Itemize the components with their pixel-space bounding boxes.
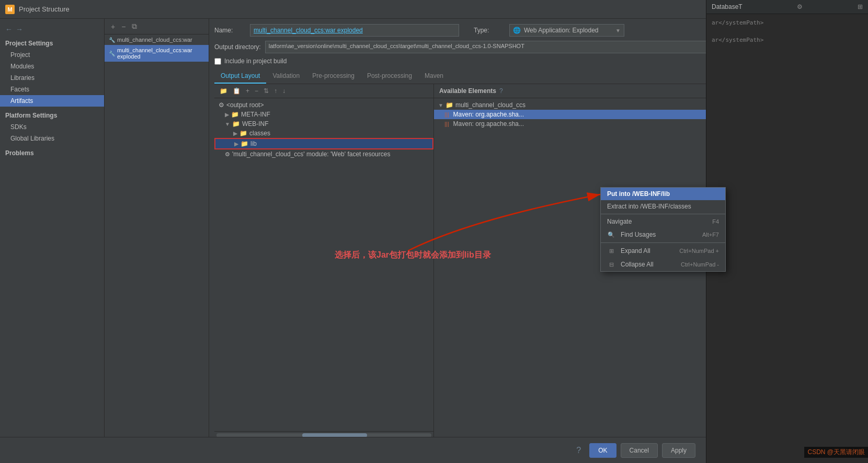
connection-text1: ar</systemPath> [712, 19, 863, 26]
meta-inf-label: META-INF [241, 111, 270, 118]
type-dropdown[interactable]: 🌐 Web Application: Exploded ▼ [509, 24, 624, 37]
output-dir-label: Output directory: [214, 43, 261, 51]
remove-artifact-button[interactable]: − [119, 21, 128, 32]
sidebar-item-project[interactable]: Project [0, 49, 104, 61]
artifact-item-war-exploded[interactable]: 🔧 multi_channel_cloud_ccs:war exploded [105, 45, 209, 62]
meta-inf-folder-icon: 📁 [231, 111, 239, 118]
artifact-toolbar: + − ⧉ [105, 19, 209, 34]
artifact-item-war[interactable]: 🔧 multi_channel_cloud_ccs:war [105, 34, 209, 45]
lib-label: lib [250, 140, 257, 147]
ide-right-content: ar</systemPath> ar</systemPath> [706, 14, 868, 463]
sidebar-nav: ← → [0, 23, 104, 38]
collapse-all-label: Collapse All [621, 261, 654, 268]
output-root-label: <output root> [226, 101, 264, 109]
tree-toolbar-remove-btn[interactable]: − [253, 86, 260, 96]
connection-text2: ar</systemPath> [712, 37, 863, 43]
output-tree-content: ⚙ <output root> ▶ 📁 META-INF ▼ 📁 WEB-INF [214, 98, 433, 431]
collapse-all-shortcut: Ctrl+NumPad - [681, 261, 719, 268]
output-tree-panel: 📁 📋 + − ⇅ ↑ ↓ ⚙ <output root> [214, 84, 434, 458]
name-input[interactable] [250, 24, 459, 37]
ide-right-panel: DatabaseT ⚙ ⊞ ar</systemPath> ar</system… [706, 0, 868, 463]
tab-output-layout[interactable]: Output Layout [214, 69, 266, 84]
context-menu-find-usages[interactable]: 🔍 Find Usages Alt+F7 [601, 228, 725, 241]
maven1-icon: ||| [444, 111, 449, 118]
avail-maven1-label: Maven: org.apache.sha... [453, 111, 524, 118]
expand-all-label: Expand All [621, 247, 650, 254]
context-menu-navigate[interactable]: Navigate F4 [601, 215, 725, 228]
cancel-button[interactable]: Cancel [621, 443, 658, 458]
app-icon: M [5, 5, 15, 14]
platform-settings-heading: Platform Settings [0, 107, 104, 121]
lib-expand-arrow: ▶ [234, 141, 238, 147]
web-inf-folder-icon: 📁 [232, 120, 240, 128]
ide-expand-icon[interactable]: ⊞ [858, 3, 863, 10]
classes-label: classes [249, 130, 270, 137]
put-into-label: Put into /WEB-INF/lib [607, 190, 670, 198]
tree-toolbar-down-btn[interactable]: ↓ [280, 86, 288, 96]
tree-item-web-resources[interactable]: ⚙ 'multi_channel_cloud_ccs' module: 'Web… [214, 149, 433, 159]
type-dropdown-arrow: ▼ [615, 28, 621, 33]
database-title: DatabaseT [712, 3, 743, 10]
tab-pre-processing[interactable]: Pre-processing [306, 69, 361, 84]
context-menu-extract-into-web-inf-classes[interactable]: Extract into /WEB-INF/classes [601, 200, 725, 213]
artifact-war-exploded-label: multi_channel_cloud_ccs:war exploded [117, 47, 204, 60]
tree-item-meta-inf[interactable]: ▶ 📁 META-INF [214, 110, 433, 119]
tree-item-output-root[interactable]: ⚙ <output root> [214, 100, 433, 110]
ide-settings-icon[interactable]: ⚙ [797, 3, 803, 10]
tree-toolbar-up-btn[interactable]: ↑ [272, 86, 279, 96]
add-artifact-button[interactable]: + [109, 21, 117, 32]
classes-folder-icon: 📁 [239, 130, 247, 137]
sidebar-item-libraries[interactable]: Libraries [0, 72, 104, 84]
context-menu: Put into /WEB-INF/lib Extract into /WEB-… [600, 187, 726, 272]
ok-button[interactable]: OK [589, 443, 616, 458]
window-title: Project Structure [19, 5, 70, 13]
tree-toolbar-copy-btn[interactable]: 📋 [231, 86, 243, 96]
sidebar-item-global-libraries[interactable]: Global Libraries [0, 133, 104, 144]
nav-back-button[interactable]: ← [5, 25, 13, 33]
tree-toolbar-add-btn[interactable]: + [244, 86, 252, 96]
artifact-list-panel: + − ⧉ 🔧 multi_channel_cloud_ccs:war 🔧 mu… [105, 19, 209, 463]
copy-artifact-button[interactable]: ⧉ [130, 21, 139, 32]
context-menu-put-into-web-inf-lib[interactable]: Put into /WEB-INF/lib [601, 188, 725, 200]
context-menu-expand-all[interactable]: ⊞ Expand All Ctrl+NumPad + [601, 244, 725, 258]
sidebar-item-sdks[interactable]: SDKs [0, 121, 104, 133]
tree-toolbar-sort-btn[interactable]: ⇅ [261, 86, 271, 96]
tree-toolbar-folder-btn[interactable]: 📁 [218, 86, 230, 96]
help-button[interactable]: ? [572, 446, 585, 455]
csdn-watermark: CSDN @天黑请闭眼 [804, 447, 868, 458]
expand-all-shortcut: Ctrl+NumPad + [679, 248, 719, 254]
tab-post-processing[interactable]: Post-processing [361, 69, 418, 84]
tab-validation[interactable]: Validation [266, 69, 306, 84]
context-menu-divider2 [601, 242, 725, 243]
meta-inf-expand-arrow: ▶ [225, 112, 229, 118]
web-inf-label: WEB-INF [242, 120, 269, 128]
sidebar-item-modules[interactable]: Modules [0, 61, 104, 72]
avail-maven2-label: Maven: org.apache.sha... [453, 120, 524, 128]
web-resources-icon: ⚙ [225, 151, 230, 158]
bottom-bar: ? OK Cancel Apply [0, 437, 706, 463]
avail-multi-channel-label: multi_channel_cloud_ccs [455, 101, 526, 109]
collapse-all-icon: ⊟ [607, 260, 615, 269]
sidebar-item-artifacts[interactable]: Artifacts [0, 95, 104, 107]
nav-forward-button[interactable]: → [16, 25, 23, 33]
sidebar-item-facets[interactable]: Facets [0, 84, 104, 95]
available-elements-help-icon[interactable]: ? [499, 87, 503, 95]
tab-maven[interactable]: Maven [418, 69, 450, 84]
include-project-build-label: Include in project build [224, 57, 287, 65]
context-menu-collapse-all[interactable]: ⊟ Collapse All Ctrl+NumPad - [601, 258, 725, 271]
title-bar-left: M Project Structure [5, 5, 70, 14]
tree-item-classes[interactable]: ▶ 📁 classes [214, 129, 433, 138]
type-label: Type: [474, 27, 505, 34]
tree-item-web-inf[interactable]: ▼ 📁 WEB-INF [214, 119, 433, 129]
web-inf-expand-arrow: ▼ [225, 121, 230, 127]
tree-toolbar: 📁 📋 + − ⇅ ↑ ↓ [214, 84, 433, 98]
tree-item-lib[interactable]: ▶ 📁 lib [214, 138, 433, 149]
include-project-build-checkbox[interactable] [214, 58, 221, 65]
navigate-label: Navigate [607, 218, 632, 225]
context-menu-divider1 [601, 214, 725, 214]
apply-button[interactable]: Apply [662, 443, 695, 458]
extract-into-label: Extract into /WEB-INF/classes [607, 203, 691, 210]
type-globe-icon: 🌐 [513, 27, 521, 34]
artifact-war-icon: 🔧 [109, 37, 115, 43]
find-usages-label: Find Usages [621, 231, 656, 238]
